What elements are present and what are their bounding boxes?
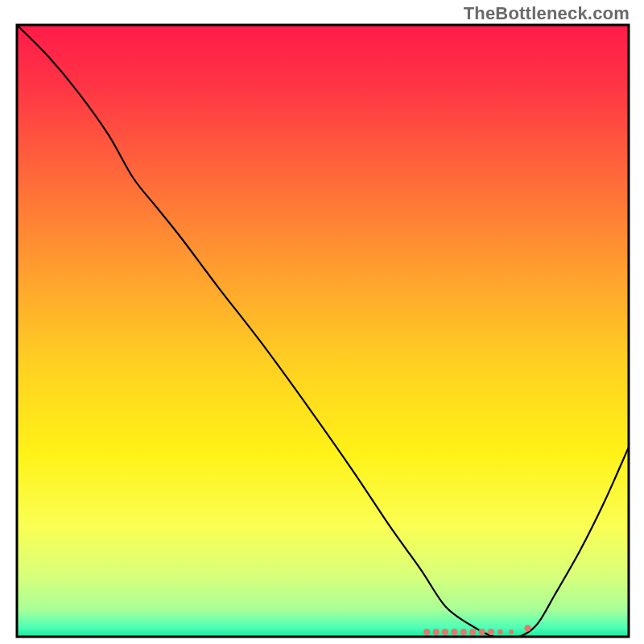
data-marker — [469, 629, 476, 635]
data-marker — [488, 629, 494, 635]
data-marker — [509, 630, 514, 634]
data-marker — [479, 629, 485, 635]
data-marker — [442, 629, 448, 635]
bottleneck-curve-chart — [0, 0, 644, 644]
data-marker — [460, 629, 467, 635]
data-marker — [524, 625, 530, 631]
data-marker — [423, 629, 430, 635]
chart-container: TheBottleneck.com — [0, 0, 644, 644]
data-marker — [451, 629, 457, 635]
data-marker — [497, 630, 502, 634]
gradient-background — [17, 25, 629, 637]
data-marker — [433, 629, 440, 635]
